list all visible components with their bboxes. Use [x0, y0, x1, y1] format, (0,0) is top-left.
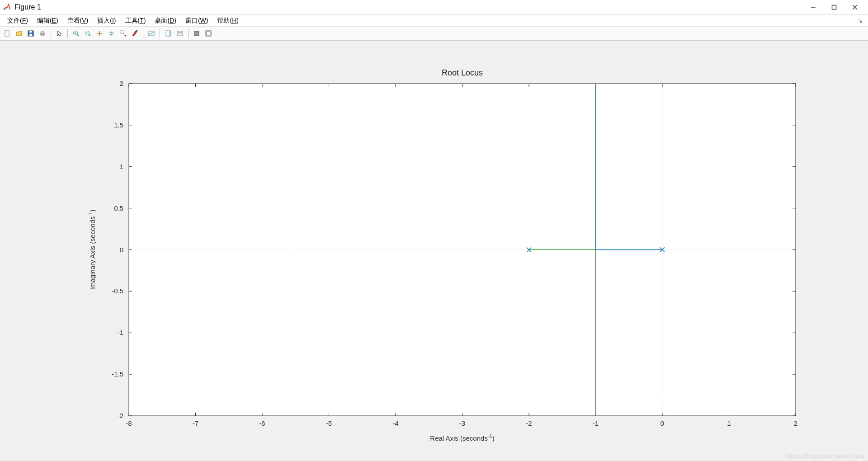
svg-rect-6: [29, 34, 32, 36]
window-title: Figure 1: [14, 3, 41, 11]
svg-rect-9: [41, 31, 44, 33]
svg-text:1: 1: [727, 419, 731, 427]
svg-text:-1: -1: [118, 329, 123, 336]
svg-text:Real Axis (seconds-1): Real Axis (seconds-1): [430, 433, 494, 442]
toolbar-sep: [51, 29, 51, 38]
pointer-icon[interactable]: [54, 28, 65, 39]
menu-view[interactable]: 查看(V): [63, 16, 93, 26]
hide-plot-tools-icon[interactable]: [191, 28, 202, 39]
zoom-in-icon[interactable]: [71, 28, 81, 39]
svg-rect-7: [29, 31, 32, 33]
menu-window[interactable]: 窗口(W): [181, 16, 213, 26]
svg-text:0: 0: [120, 246, 123, 254]
close-button[interactable]: [844, 0, 865, 14]
svg-text:-2: -2: [526, 419, 532, 427]
toolbar: [0, 27, 868, 41]
open-icon[interactable]: [14, 28, 24, 39]
svg-text:Imaginary Axis (seconds-1): Imaginary Axis (seconds-1): [88, 210, 96, 290]
svg-text:1.5: 1.5: [114, 121, 123, 129]
svg-rect-33: [207, 32, 210, 35]
watermark-text: https://blog.csdn.net/u/foo/a: [786, 452, 864, 459]
print-icon[interactable]: [37, 28, 48, 39]
svg-rect-22: [136, 30, 137, 32]
maximize-button[interactable]: [824, 0, 844, 14]
svg-text:Root Locus: Root Locus: [442, 68, 483, 77]
figure-window: Figure 1 文件(F) 编辑(E) 查看(V) 插入(I) 工具(T) 桌…: [0, 0, 868, 461]
menu-edit[interactable]: 编辑(E): [33, 16, 63, 26]
matlab-app-icon: [3, 3, 11, 11]
svg-point-21: [125, 35, 126, 37]
svg-rect-25: [170, 31, 170, 36]
pan-icon[interactable]: [94, 28, 105, 39]
show-plot-tools-icon[interactable]: [203, 28, 214, 39]
insert-legend-icon[interactable]: [175, 28, 185, 39]
link-plot-icon[interactable]: [146, 28, 157, 39]
toolbar-sep: [67, 29, 68, 38]
svg-text:-7: -7: [193, 419, 198, 427]
svg-rect-23: [149, 31, 154, 36]
new-figure-icon[interactable]: [2, 28, 13, 39]
svg-rect-31: [194, 31, 199, 36]
svg-text:-1: -1: [593, 419, 599, 427]
save-icon[interactable]: [25, 28, 36, 39]
svg-text:-1.5: -1.5: [112, 370, 123, 378]
svg-text:-6: -6: [259, 419, 265, 427]
brush-icon[interactable]: [129, 28, 140, 39]
svg-line-16: [89, 34, 90, 36]
toolbar-sep: [143, 29, 143, 38]
minimize-button[interactable]: [803, 0, 824, 14]
menu-insert[interactable]: 插入(I): [93, 16, 120, 26]
root-locus-axes[interactable]: -8-7-6-5-4-3-2-1012-2-1.5-1-0.500.511.52…: [0, 41, 868, 461]
svg-text:1: 1: [120, 163, 123, 170]
svg-text:0.5: 0.5: [114, 204, 123, 212]
svg-text:-2: -2: [118, 412, 123, 419]
svg-rect-10: [41, 34, 44, 36]
toolbar-sep: [160, 29, 160, 38]
insert-colorbar-icon[interactable]: [163, 28, 174, 39]
svg-text:-4: -4: [392, 419, 398, 427]
figure-dock-menu-icon[interactable]: ↘: [858, 18, 863, 24]
svg-point-18: [99, 33, 100, 34]
svg-rect-20: [120, 31, 124, 33]
data-cursor-icon[interactable]: [118, 28, 128, 39]
svg-text:2: 2: [794, 419, 797, 427]
titlebar: Figure 1: [0, 0, 868, 15]
svg-text:-8: -8: [126, 419, 132, 427]
menu-tools[interactable]: 工具(T): [121, 16, 151, 26]
svg-text:2: 2: [120, 80, 123, 87]
svg-text:-5: -5: [326, 419, 332, 427]
zoom-out-icon[interactable]: [82, 28, 93, 39]
svg-rect-26: [177, 31, 183, 36]
toolbar-sep: [188, 29, 189, 38]
svg-line-12: [77, 34, 79, 36]
menu-help[interactable]: 帮助(H): [212, 16, 243, 26]
svg-rect-1: [832, 5, 836, 9]
svg-text:-0.5: -0.5: [112, 287, 123, 295]
rotate3d-icon[interactable]: [106, 28, 117, 39]
menu-desktop[interactable]: 桌面(D): [150, 16, 180, 26]
figure-canvas[interactable]: -8-7-6-5-4-3-2-1012-2-1.5-1-0.500.511.52…: [0, 41, 868, 461]
svg-text:0: 0: [660, 419, 664, 427]
menu-file[interactable]: 文件(F): [3, 16, 33, 26]
svg-text:-3: -3: [459, 419, 465, 427]
menubar: 文件(F) 编辑(E) 查看(V) 插入(I) 工具(T) 桌面(D) 窗口(W…: [0, 15, 868, 27]
